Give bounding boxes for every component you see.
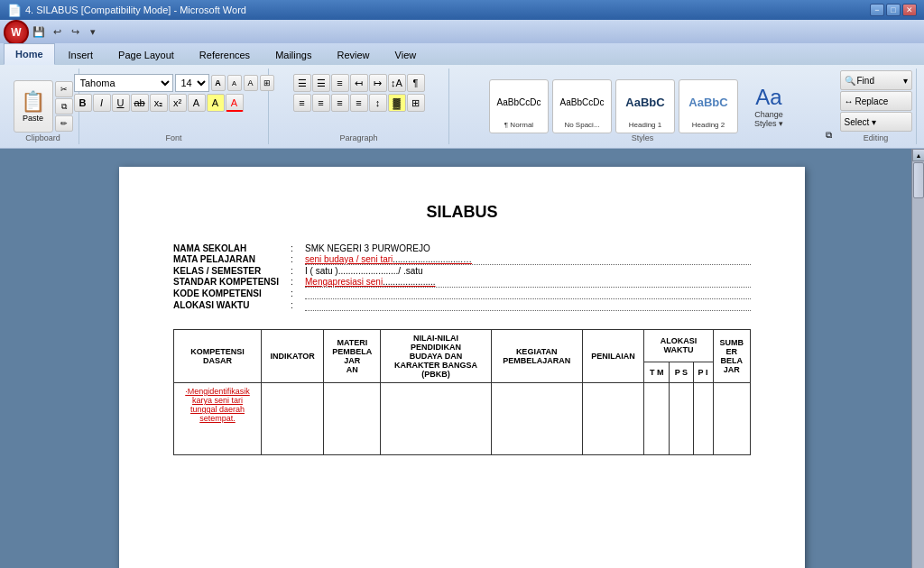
scroll-thumb[interactable] [913,162,924,198]
tab-home[interactable]: Home [4,43,55,65]
strikethrough-button[interactable]: ab [131,94,149,112]
info-row-2: KELAS / SEMESTER : I ( satu )...........… [173,266,751,276]
justify-button[interactable]: ≡ [350,94,368,112]
document-info-table: NAMA SEKOLAH : SMK NEGERI 3 PURWOREJO MA… [173,243,751,311]
bullets-button[interactable]: ☰ [293,74,311,92]
td-materi [324,383,381,455]
select-button[interactable]: Select ▾ [840,112,912,132]
increase-indent-button[interactable]: ↦ [369,74,387,92]
select-label: Select ▾ [845,117,877,127]
minimize-button[interactable]: − [870,4,884,16]
info-row-5: ALOKASI WAKTU : [173,300,751,311]
qa-dropdown[interactable]: ▾ [85,23,101,40]
paste-icon: 📋 [21,90,45,114]
tab-view[interactable]: View [383,43,429,65]
align-right-button[interactable]: ≡ [331,94,349,112]
scroll-up-button[interactable]: ▲ [912,149,924,161]
style-heading1[interactable]: AaBbC Heading 1 [615,79,675,133]
info-value-2: I ( satu )......................../ .sat… [305,266,751,276]
replace-button[interactable]: ↔ Replace [840,91,912,111]
th-alokasi: ALOKASIWAKTU [644,330,713,362]
undo-quick-button[interactable]: ↩ [49,23,65,40]
format-painter-button[interactable]: ✏ [55,115,73,132]
content-table: KOMPETENSIDASAR INDIKATOR MATERIPEMBELAJ… [173,329,751,455]
shading-button[interactable]: ▓ [388,94,406,112]
line-spacing-button[interactable]: ↕ [369,94,387,112]
copy-button[interactable]: ⧉ [55,98,73,115]
scroll-track [912,161,924,568]
align-left-button[interactable]: ≡ [293,94,311,112]
title-bar-controls: − □ ✕ [870,4,917,16]
tab-mailings[interactable]: Mailings [263,43,323,65]
tab-page-layout[interactable]: Page Layout [106,43,186,65]
find-button[interactable]: 🔍 Find ▾ [840,70,912,90]
info-value-1: seni budaya / seni tari.................… [305,254,751,265]
info-colon-3: : [291,277,305,287]
info-value-5 [305,300,751,311]
style-no-spacing-preview: AaBbCcDc [557,84,607,121]
tab-references[interactable]: References [188,43,262,65]
th-indikator: INDIKATOR [261,330,323,383]
style-normal[interactable]: AaBbCcDc ¶ Normal [489,79,549,133]
decrease-indent-button[interactable]: ↤ [350,74,368,92]
font-label: Font [79,133,268,142]
paste-button[interactable]: 📋 Paste [14,80,53,133]
numbering-button[interactable]: ☰ [312,74,330,92]
th-materi: MATERIPEMBELAJARAN [324,330,381,383]
sort-button[interactable]: ↕A [388,74,406,92]
subscript-button[interactable]: x₂ [150,94,168,112]
italic-button[interactable]: I [93,94,111,112]
style-no-spacing[interactable]: AaBbCcDc No Spaci... [552,79,612,133]
tab-insert[interactable]: Insert [57,43,106,65]
table-row: ·Mengidentifikasikkarya seni taritunggal… [174,383,751,455]
style-heading1-name: Heading 1 [629,121,661,129]
th-penilaian: PENILAIAN [582,330,644,383]
clipboard-inner: 📋 Paste ✂ ⧉ ✏ [14,70,73,142]
show-formatting-button[interactable]: ¶ [407,74,425,92]
td-sumber [713,383,750,455]
underline-button[interactable]: U [112,94,130,112]
clear-format-button[interactable]: A [244,75,258,91]
replace-icon: ↔ [845,96,854,106]
highlight-button[interactable]: A [207,94,225,112]
info-value-0: SMK NEGERI 3 PURWOREJO [305,243,751,253]
font-color-button[interactable]: A [226,94,244,112]
font-size-select[interactable]: 14 [175,74,209,92]
borders-button[interactable]: ⊞ [407,94,425,112]
grow-font-button[interactable]: A [211,75,226,91]
info-label-1: MATA PELAJARAN [173,254,291,264]
multilevel-button[interactable]: ≡ [331,74,349,92]
vertical-scrollbar[interactable]: ▲ ▼ [911,149,924,568]
style-heading2-preview: AaBbC [683,84,734,121]
ribbon-tab-bar: Home Insert Page Layout References Maili… [0,43,924,65]
td-penilaian [582,383,644,455]
editing-inner: 🔍 Find ▾ ↔ Replace Select ▾ [840,70,912,142]
align-center-button[interactable]: ≡ [312,94,330,112]
quick-access-toolbar: W 💾 ↩ ↪ ▾ [0,20,924,43]
document-title: SILABUS [173,203,751,222]
close-button[interactable]: ✕ [902,4,917,16]
document-area: SILABUS NAMA SEKOLAH : SMK NEGERI 3 PURW… [0,149,924,568]
redo-quick-button[interactable]: ↪ [67,23,83,40]
th-pi: P I [693,362,713,382]
info-row-1: MATA PELAJARAN : seni budaya / seni tari… [173,254,751,265]
shrink-font-button[interactable]: A [227,75,242,91]
align-row: ≡ ≡ ≡ ≡ ↕ ▓ ⊞ [293,94,425,112]
superscript-button[interactable]: x² [169,94,187,112]
format-buttons-row: B I U ab x₂ x² A A A [74,94,244,112]
info-row-3: STANDAR KOMPETENSI : Mengapresiasi seni.… [173,277,751,288]
restore-button[interactable]: □ [886,4,901,16]
info-colon-4: : [291,289,305,298]
bold-button[interactable]: B [74,94,92,112]
font-name-select[interactable]: Tahoma [74,74,173,92]
style-heading2[interactable]: AaBbC Heading 2 [679,79,738,133]
tab-review[interactable]: Review [325,43,381,65]
text-effects-button[interactable]: A [188,94,206,112]
office-button[interactable]: W [4,20,29,45]
change-styles-button[interactable]: Aa ChangeStyles ▾ [742,79,796,133]
info-row-0: NAMA SEKOLAH : SMK NEGERI 3 PURWOREJO [173,243,751,253]
cut-button[interactable]: ✂ [55,81,73,97]
save-quick-button[interactable]: 💾 [31,23,47,40]
td-ps [670,383,693,455]
document-page: SILABUS NAMA SEKOLAH : SMK NEGERI 3 PURW… [119,167,805,568]
